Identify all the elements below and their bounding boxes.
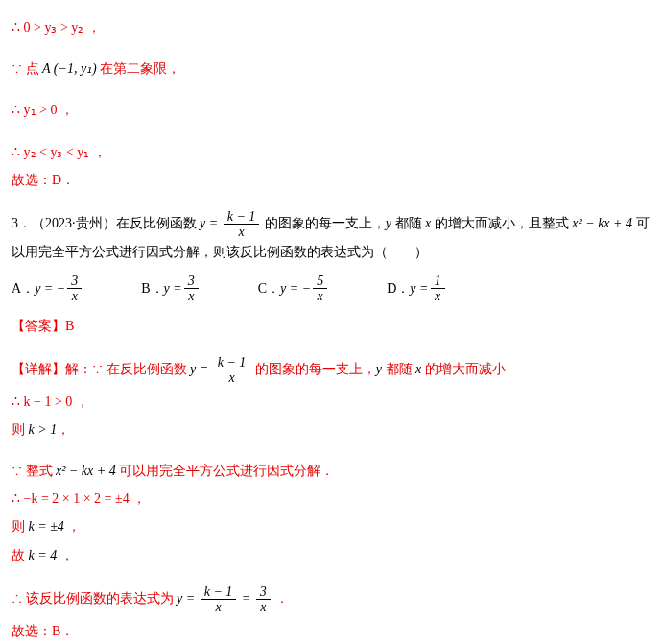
text-suf: ， [57, 548, 74, 562]
polynomial: x² − kx + 4 [56, 464, 116, 478]
step-k-pm4: 则 k = ±4 ， [12, 514, 651, 538]
step-k-minus-1: ∴ k − 1 > 0 ， [12, 390, 651, 414]
step-final-inequality: ∴ y₂ < y₃ < y₁ ， [12, 140, 651, 164]
text-pre: ∴ 该反比例函数的表达式为 [12, 591, 177, 606]
fraction-k1x: k − 1x [224, 209, 260, 240]
text-pre: 故 [12, 548, 29, 562]
eq-lhs: y = [200, 216, 222, 230]
denominator: x [431, 289, 445, 303]
polynomial: x² − kx + 4 [572, 216, 632, 230]
denominator: x [184, 289, 199, 303]
text-suf: ， [64, 519, 82, 534]
option-eq: y = [410, 276, 428, 300]
equals: = [238, 591, 253, 606]
numerator: 3 [184, 274, 199, 289]
numerator: k − 1 [224, 209, 260, 225]
step-k-gt-1: 则 k > 1， [12, 417, 651, 441]
option-label: C． [258, 276, 280, 300]
text-suf: ， [57, 422, 70, 437]
option-label: B． [141, 276, 163, 300]
math: k > 1 [29, 422, 58, 437]
text-mid2: 都随 [391, 216, 425, 230]
detail-prefix: 【详解】解：∵ 在反比例函数 [12, 362, 190, 376]
step-final-expression: ∴ 该反比例函数的表达式为 y = k − 1x = 3x ． [12, 584, 651, 615]
fraction-2: 3x [256, 584, 271, 615]
eq-lhs: y = [177, 591, 199, 606]
text-suf: 可以用完全平方公式进行因式分解． [116, 464, 335, 478]
text-pre: 则 [12, 422, 29, 437]
point-a: A (−1, y₁) [42, 61, 97, 76]
math: k = ±4 [29, 519, 64, 534]
detail-start: 【详解】解：∵ 在反比例函数 y = k − 1x 的图象的每一支上，y 都随 … [12, 355, 651, 386]
denominator: x [256, 600, 271, 614]
numerator: 3 [256, 584, 271, 600]
fraction-1: k − 1x [201, 584, 237, 615]
step-k-4: 故 k = 4 ， [12, 543, 651, 567]
denominator: x [214, 370, 250, 385]
option-d: D． y = 1x [387, 274, 446, 304]
option-b: B． y = 3x [141, 274, 201, 304]
numerator: 5 [313, 274, 327, 289]
answer-b: 【答案】B [12, 314, 651, 338]
fraction: 5x [313, 274, 327, 304]
text-suffix: 在第二象限， [97, 61, 181, 76]
denominator: x [201, 600, 237, 614]
numerator: 1 [431, 274, 445, 289]
numerator: k − 1 [201, 584, 237, 600]
answer-select-d: 故选：D． [12, 168, 651, 192]
numerator: 3 [67, 274, 82, 289]
fraction: 3x [184, 274, 199, 304]
fraction-k1x: k − 1x [214, 355, 250, 386]
eq-lhs: y = [190, 362, 212, 376]
fraction: 1x [431, 274, 445, 304]
option-c: C． y = − 5x [258, 274, 329, 304]
fraction: 3x [67, 274, 82, 304]
text-pre: 则 [12, 519, 29, 534]
step-polynomial: ∵ 整式 x² − kx + 4 可以用完全平方公式进行因式分解． [12, 459, 651, 483]
denominator: x [224, 225, 260, 239]
numerator: k − 1 [214, 355, 250, 370]
text-suf: ． [272, 591, 290, 606]
option-eq: y = − [280, 276, 311, 300]
text-prefix: ∵ 点 [12, 61, 42, 76]
option-label: A． [12, 276, 35, 300]
answer-select-b: 故选：B． [12, 619, 651, 643]
text-pre: ∵ 整式 [12, 464, 56, 478]
text-mid1: 的图象的每一支上， [261, 216, 386, 230]
step-neg-k: ∴ −k = 2 × 1 × 2 = ±4 ， [12, 487, 651, 511]
question-number: 3．（2023·贵州）在反比例函数 [12, 216, 200, 230]
option-a: A． y = − 3x [12, 274, 83, 304]
text-mid3: 的增大而减小 [421, 362, 506, 376]
question-3: 3．（2023·贵州）在反比例函数 y = k − 1x 的图象的每一支上，y … [12, 209, 651, 264]
denominator: x [67, 289, 82, 303]
step-y1-positive: ∴ y₁ > 0 ， [12, 98, 651, 122]
option-eq: y = [164, 276, 182, 300]
option-eq: y = − [35, 276, 65, 300]
denominator: x [313, 289, 327, 303]
text-mid2: 都随 [382, 362, 415, 376]
text-mid3: 的增大而减小，且整式 [431, 216, 572, 230]
step-point-quadrant: ∵ 点 A (−1, y₁) 在第二象限， [12, 57, 651, 81]
math: k = 4 [29, 548, 58, 562]
option-label: D． [387, 276, 410, 300]
step-inequality-1: ∴ 0 > y₃ > y₂ ， [12, 15, 651, 39]
answer-options: A． y = − 3x B． y = 3x C． y = − 5x D． y =… [12, 274, 651, 304]
text-mid1: 的图象的每一支上， [251, 362, 376, 376]
